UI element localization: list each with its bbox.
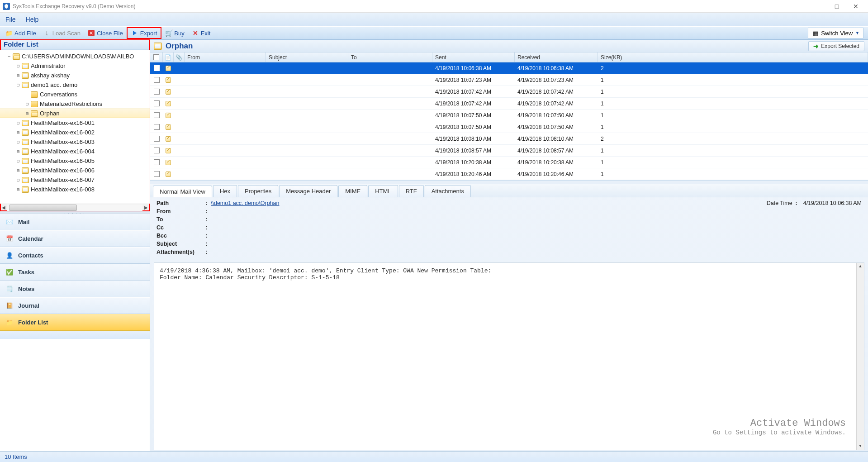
expander-icon[interactable]: ⊞ bbox=[15, 177, 21, 182]
exit-button[interactable]: ✕ Exit bbox=[188, 28, 214, 38]
tree-item[interactable]: ⊞MaterializedRestrictions bbox=[0, 99, 150, 109]
col-to[interactable]: To bbox=[348, 52, 432, 62]
tree-item[interactable]: ⊞HealthMailbox-ex16-008 bbox=[0, 185, 150, 194]
row-checkbox[interactable] bbox=[154, 100, 160, 106]
path-link[interactable]: \\demo1 acc. demo\Orphan bbox=[211, 200, 279, 206]
nav-folder-list[interactable]: 📁 Folder List bbox=[0, 314, 150, 331]
preview-scrollbar[interactable]: ▲ ▼ bbox=[856, 263, 864, 450]
scroll-up-icon[interactable]: ▲ bbox=[859, 263, 861, 270]
content: Folder List −C:\USERS\ADMIN\DOWNLOADS\MA… bbox=[0, 40, 868, 451]
expander-icon[interactable]: ⊞ bbox=[15, 158, 21, 163]
table-row[interactable]: 4/19/2018 10:07:23 AM4/19/2018 10:07:23 … bbox=[150, 74, 868, 86]
expander-icon[interactable]: ⊞ bbox=[15, 73, 21, 78]
tree-item[interactable]: ⊞HealthMailbox-ex16-004 bbox=[0, 147, 150, 156]
expander-icon[interactable]: ⊟ bbox=[15, 82, 21, 87]
expander-icon[interactable]: ⊞ bbox=[15, 130, 21, 135]
load-scan-label: Load Scan bbox=[52, 30, 81, 37]
grid-body[interactable]: 4/19/2018 10:06:38 AM4/19/2018 10:06:38 … bbox=[150, 62, 868, 180]
tree-item[interactable]: ⊞HealthMailbox-ex16-006 bbox=[0, 166, 150, 175]
tree-item[interactable]: ⊟demo1 acc. demo bbox=[0, 80, 150, 90]
preview-tab[interactable]: HTML bbox=[368, 185, 398, 197]
table-row[interactable]: 4/19/2018 10:07:42 AM4/19/2018 10:07:42 … bbox=[150, 86, 868, 98]
table-row[interactable]: 4/19/2018 10:06:38 AM4/19/2018 10:06:38 … bbox=[150, 62, 868, 74]
expander-icon[interactable]: ⊞ bbox=[15, 120, 21, 125]
row-checkbox[interactable] bbox=[154, 148, 160, 153]
expander-icon[interactable]: ⊞ bbox=[15, 168, 21, 173]
col-checkbox[interactable] bbox=[150, 52, 163, 62]
preview-tab[interactable]: Properties bbox=[238, 185, 278, 197]
preview-meta: Path : \\demo1 acc. demo\Orphan Date Tim… bbox=[150, 197, 868, 259]
row-checkbox[interactable] bbox=[154, 77, 160, 83]
preview-tab[interactable]: Message Header bbox=[279, 185, 337, 197]
scroll-down-icon[interactable]: ▼ bbox=[859, 443, 861, 450]
load-scan-button[interactable]: ⤓ Load Scan bbox=[40, 28, 84, 38]
nav-calendar[interactable]: 📅 Calendar bbox=[0, 230, 150, 247]
tree-item[interactable]: ⊞HealthMailbox-ex16-001 bbox=[0, 118, 150, 128]
row-checkbox[interactable] bbox=[154, 159, 160, 165]
preview-tab[interactable]: Hex bbox=[213, 185, 237, 197]
table-row[interactable]: 4/19/2018 10:07:42 AM4/19/2018 10:07:42 … bbox=[150, 98, 868, 110]
preview-tab[interactable]: Normal Mail View bbox=[153, 186, 212, 197]
col-sent[interactable]: Sent bbox=[432, 52, 515, 62]
table-row[interactable]: 4/19/2018 10:08:10 AM4/19/2018 10:08:10 … bbox=[150, 133, 868, 145]
tree-horizontal-scrollbar[interactable]: ◀ ▶ bbox=[0, 204, 150, 211]
buy-button[interactable]: 🛒 Buy bbox=[161, 28, 188, 38]
row-checkbox[interactable] bbox=[154, 112, 160, 118]
export-button[interactable]: Export bbox=[127, 27, 162, 39]
tree-item[interactable]: ⊞HealthMailbox-ex16-003 bbox=[0, 137, 150, 147]
expander-icon[interactable]: ⊞ bbox=[15, 139, 21, 144]
switch-view-button[interactable]: ▦ Switch View ▼ bbox=[808, 28, 863, 38]
col-from[interactable]: From bbox=[185, 52, 266, 62]
tree-item[interactable]: ⊞akshay akshay bbox=[0, 71, 150, 80]
add-file-button[interactable]: 📁 Add File bbox=[2, 28, 40, 38]
row-checkbox[interactable] bbox=[154, 89, 160, 95]
tree-item[interactable]: ⊞HealthMailbox-ex16-005 bbox=[0, 156, 150, 166]
table-row[interactable]: 4/19/2018 10:08:57 AM4/19/2018 10:08:57 … bbox=[150, 145, 868, 157]
nav-contacts[interactable]: 👤 Contacts bbox=[0, 247, 150, 264]
col-size[interactable]: Size(KB) bbox=[598, 52, 868, 62]
table-row[interactable]: 4/19/2018 10:20:38 AM4/19/2018 10:20:38 … bbox=[150, 157, 868, 168]
scroll-right-icon[interactable]: ▶ bbox=[142, 205, 150, 210]
nav-journal[interactable]: 📔 Journal bbox=[0, 297, 150, 314]
row-checkbox[interactable] bbox=[154, 65, 160, 71]
row-checkbox[interactable] bbox=[154, 136, 160, 142]
table-row[interactable]: 4/19/2018 10:07:50 AM4/19/2018 10:07:50 … bbox=[150, 121, 868, 133]
menu-help[interactable]: Help bbox=[26, 16, 39, 23]
close-button[interactable]: ✕ bbox=[846, 0, 865, 13]
preview-tab[interactable]: MIME bbox=[338, 185, 367, 197]
expander-icon[interactable]: − bbox=[6, 54, 12, 59]
nav-tasks[interactable]: ✅ Tasks bbox=[0, 264, 150, 281]
minimize-button[interactable]: — bbox=[808, 0, 827, 13]
expander-icon[interactable]: ⊞ bbox=[15, 187, 21, 192]
from-label: From bbox=[157, 208, 205, 214]
col-subject[interactable]: Subject bbox=[266, 52, 348, 62]
tree-item[interactable]: ⊞HealthMailbox-ex16-002 bbox=[0, 128, 150, 137]
nav-mail[interactable]: ✉️ Mail bbox=[0, 214, 150, 230]
folder-tree[interactable]: −C:\USERS\ADMIN\DOWNLOADS\MAILBO⊞Adminis… bbox=[0, 50, 150, 204]
scroll-thumb[interactable] bbox=[9, 205, 77, 211]
table-row[interactable]: 4/19/2018 10:20:46 AM4/19/2018 10:20:46 … bbox=[150, 168, 868, 180]
tree-root-item[interactable]: −C:\USERS\ADMIN\DOWNLOADS\MAILBO bbox=[0, 52, 150, 61]
expander-icon[interactable]: ⊞ bbox=[24, 101, 30, 106]
maximize-button[interactable]: □ bbox=[827, 0, 846, 13]
expander-icon[interactable]: ⊞ bbox=[15, 149, 21, 154]
table-row[interactable]: 4/19/2018 10:07:50 AM4/19/2018 10:07:50 … bbox=[150, 110, 868, 121]
export-selected-button[interactable]: ➜ Export Selected bbox=[808, 41, 864, 51]
preview-tab[interactable]: RTF bbox=[399, 185, 424, 197]
nav-notes[interactable]: 🗒️ Notes bbox=[0, 281, 150, 297]
row-checkbox[interactable] bbox=[154, 124, 160, 130]
cell-to bbox=[348, 98, 432, 109]
tree-label: Administrator bbox=[31, 62, 66, 69]
tree-item[interactable]: ⊞HealthMailbox-ex16-007 bbox=[0, 175, 150, 185]
menu-file[interactable]: File bbox=[5, 16, 16, 23]
col-received[interactable]: Received bbox=[515, 52, 598, 62]
close-file-button[interactable]: ✕ Close File bbox=[84, 28, 127, 38]
tree-item[interactable]: ⊞Orphan bbox=[0, 109, 150, 118]
tree-item[interactable]: ⊞Administrator bbox=[0, 61, 150, 71]
expander-icon[interactable]: ⊞ bbox=[24, 111, 30, 116]
expander-icon[interactable]: ⊞ bbox=[15, 63, 21, 68]
preview-tab[interactable]: Attachments bbox=[425, 185, 471, 197]
row-checkbox[interactable] bbox=[154, 171, 160, 177]
scroll-left-icon[interactable]: ◀ bbox=[0, 205, 7, 210]
tree-item[interactable]: Conversations bbox=[0, 90, 150, 99]
